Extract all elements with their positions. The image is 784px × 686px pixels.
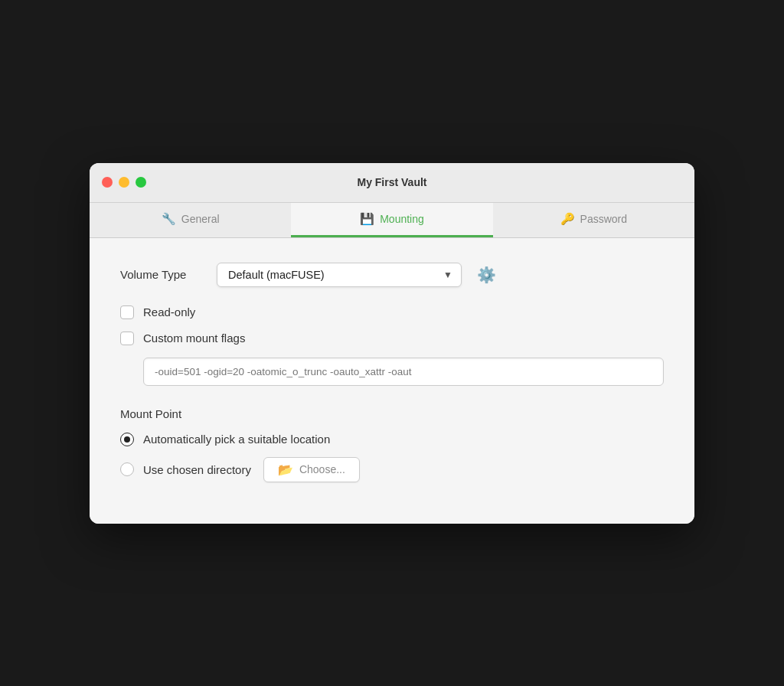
flags-input-wrapper xyxy=(143,358,664,386)
radio-choose-row: Use chosen directory 📂 Choose... xyxy=(120,457,664,482)
volume-type-select[interactable]: Default (macFUSE) WebDAV xyxy=(217,263,462,287)
radio-choose[interactable] xyxy=(120,462,134,476)
tab-mounting-label: Mounting xyxy=(380,213,424,225)
radio-auto-inner xyxy=(124,436,130,443)
maximize-button[interactable] xyxy=(136,177,146,188)
minimize-button[interactable] xyxy=(119,177,129,188)
flags-input[interactable] xyxy=(143,358,664,386)
volume-type-label: Volume Type xyxy=(120,268,204,281)
radio-choose-label: Use chosen directory xyxy=(143,463,251,476)
key-icon: 🔑 xyxy=(560,212,575,226)
readonly-label: Read-only xyxy=(143,305,195,318)
close-button[interactable] xyxy=(102,177,113,188)
mount-point-section-label: Mount Point xyxy=(120,407,664,420)
folder-icon: 📂 xyxy=(278,462,293,477)
custom-flags-label: Custom mount flags xyxy=(143,332,245,345)
custom-flags-row: Custom mount flags xyxy=(120,332,664,345)
titlebar: My First Vault xyxy=(90,163,694,203)
drive-icon: 💾 xyxy=(360,212,374,226)
radio-auto-row: Automatically pick a suitable location xyxy=(120,433,664,446)
volume-type-row: Volume Type Default (macFUSE) WebDAV ▼ ⚙… xyxy=(120,263,664,287)
readonly-row: Read-only xyxy=(120,305,664,319)
wrench-icon: 🔧 xyxy=(162,212,176,226)
gear-icon[interactable]: ⚙️ xyxy=(477,266,496,284)
app-window: My First Vault 🔧 General 💾 Mounting 🔑 Pa… xyxy=(90,163,694,524)
content-area: Volume Type Default (macFUSE) WebDAV ▼ ⚙… xyxy=(90,238,694,524)
tab-mounting[interactable]: 💾 Mounting xyxy=(291,203,492,237)
custom-flags-checkbox[interactable] xyxy=(120,332,134,345)
readonly-checkbox[interactable] xyxy=(120,305,134,319)
tab-password[interactable]: 🔑 Password xyxy=(493,203,694,237)
choose-button[interactable]: 📂 Choose... xyxy=(263,457,360,482)
choose-button-label: Choose... xyxy=(299,463,345,475)
window-controls xyxy=(102,177,146,188)
window-title: My First Vault xyxy=(357,176,426,188)
tab-general[interactable]: 🔧 General xyxy=(90,203,291,237)
radio-auto[interactable] xyxy=(120,433,134,446)
volume-type-select-wrapper: Default (macFUSE) WebDAV ▼ xyxy=(217,263,462,287)
tab-general-label: General xyxy=(181,213,220,225)
tab-password-label: Password xyxy=(580,213,627,225)
radio-auto-label: Automatically pick a suitable location xyxy=(143,433,330,446)
tab-bar: 🔧 General 💾 Mounting 🔑 Password xyxy=(90,203,694,238)
